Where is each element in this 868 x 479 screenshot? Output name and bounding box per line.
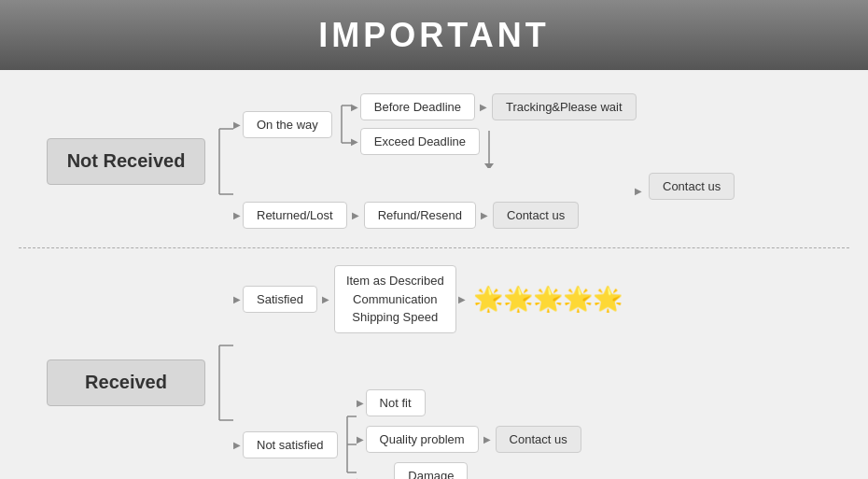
star-3: 🌟 xyxy=(533,285,563,314)
item-described-text: Item as Described xyxy=(346,274,444,288)
arrow-damage: ▶ xyxy=(357,476,364,480)
branch-satisfied: ▶ Satisfied ▶ Item as Described Communic… xyxy=(233,265,623,333)
exceed-deadline-row: ▶ Exceed Deadline xyxy=(351,128,637,155)
arrow-to-stars: ▶ xyxy=(458,294,466,304)
branch-not-satisfied: ▶ Not satisfied ▶ Not fit xyxy=(233,389,623,480)
star-5: 🌟 xyxy=(593,285,623,314)
satisfied-node: Satisfied xyxy=(243,286,317,313)
header-title: IMPORTANT xyxy=(318,16,549,55)
received-section: Received ▶ Satisfied ▶ Item as Described… xyxy=(19,258,849,479)
star-4: 🌟 xyxy=(563,285,593,314)
on-the-way-node: On the way xyxy=(243,111,332,138)
received-branches: ▶ Satisfied ▶ Item as Described Communic… xyxy=(233,265,623,479)
arrow-not-fit: ▶ xyxy=(357,398,364,408)
arrow-quality: ▶ xyxy=(357,434,364,444)
shipping-speed-text: Shipping Speed xyxy=(352,310,438,324)
not-received-box: Not Received xyxy=(47,138,205,185)
branch-returned: ▶ Returned/Lost ▶ Refund/Resend ▶ Contac… xyxy=(233,202,637,229)
branch-on-the-way: ▶ On the way ▶ Before Deadline ▶ T xyxy=(233,93,637,155)
arrow-to-returned: ▶ xyxy=(233,210,241,220)
arrow-exceed: ▶ xyxy=(351,136,358,147)
refund-resend-node: Refund/Resend xyxy=(364,202,476,229)
arrow-to-multiline: ▶ xyxy=(322,294,329,304)
not-fit-node: Not fit xyxy=(366,389,426,416)
arrow-refund: ▶ xyxy=(352,210,359,220)
star-rating: 🌟 🌟 🌟 🌟 🌟 xyxy=(473,285,623,314)
not-received-section: Not Received ▶ On the way xyxy=(19,79,849,238)
star-2: 🌟 xyxy=(503,285,533,314)
before-deadline-node: Before Deadline xyxy=(360,93,475,120)
arrow-satisfied: ▶ xyxy=(233,294,241,304)
not-fit-row: ▶ Not fit xyxy=(357,389,581,416)
arrow-not-satisfied: ▶ xyxy=(233,440,241,450)
quality-problem-node: Quality problem xyxy=(366,426,479,453)
not-satisfied-node: Not satisfied xyxy=(243,431,338,458)
star-1: 🌟 xyxy=(473,285,503,314)
not-received-connector-svg xyxy=(205,110,233,213)
received-connector-svg xyxy=(205,317,233,448)
not-received-branches: ▶ On the way ▶ Before Deadline ▶ T xyxy=(233,93,637,229)
exceed-deadline-node: Exceed Deadline xyxy=(360,128,480,155)
before-deadline-row: ▶ Before Deadline ▶ Tracking&Please wait xyxy=(351,93,637,120)
tracking-please-wait-node: Tracking&Please wait xyxy=(492,93,637,120)
damage-node-wrap: Damage (Record an unpacking video) xyxy=(366,462,497,480)
damage-row: ▶ Damage (Record an unpacking video) xyxy=(357,462,581,480)
ontheway-sub-svg xyxy=(332,96,351,152)
main-content: Not Received ▶ On the way xyxy=(0,70,868,479)
arrow-before: ▶ xyxy=(351,102,358,112)
satisfied-criteria-node: Item as Described Communication Shipping… xyxy=(334,265,456,333)
contact-us-exceed-node: Contact us xyxy=(649,173,735,200)
arrow-contactus-quality: ▶ xyxy=(483,434,491,444)
contact-us-returned-node: Contact us xyxy=(493,202,579,229)
header: IMPORTANT xyxy=(0,0,868,70)
returned-lost-node: Returned/Lost xyxy=(243,202,347,229)
exceed-down-svg xyxy=(480,131,498,168)
arrow-exceed-contact: ▶ xyxy=(635,186,642,196)
arrow-tracking: ▶ xyxy=(480,102,487,112)
notsatisfied-sub-svg xyxy=(338,402,357,479)
contact-us-quality-node: Contact us xyxy=(496,426,581,453)
ontheway-subnodes: ▶ Before Deadline ▶ Tracking&Please wait… xyxy=(351,93,637,155)
quality-problem-row: ▶ Quality problem ▶ Contact us xyxy=(357,426,581,453)
arrow-to-ontheway: ▶ xyxy=(233,120,241,130)
arrow-contactus-returned: ▶ xyxy=(481,210,488,220)
damage-node: Damage xyxy=(394,462,468,480)
section-divider xyxy=(19,247,849,248)
received-box: Received xyxy=(47,359,205,406)
svg-marker-7 xyxy=(484,163,494,168)
notsatisfied-subnodes: ▶ Not fit ▶ Quality problem ▶ Contact us… xyxy=(357,389,581,480)
communication-text: Communication xyxy=(353,292,437,306)
